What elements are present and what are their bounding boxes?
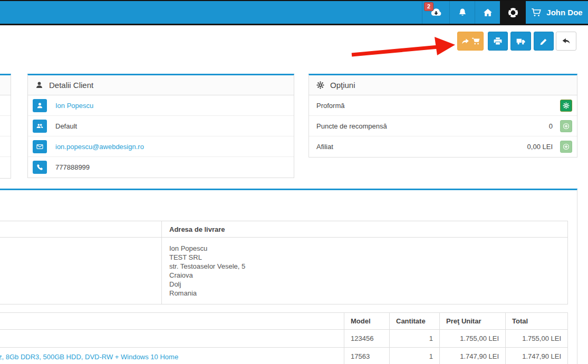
address-line: Craiova — [169, 271, 560, 280]
address-line: TEST SRL — [169, 253, 560, 262]
print-shipping-list-button[interactable] — [510, 32, 531, 51]
customer-details-panel: Detalii Client Ion Popescu Default ion.p… — [27, 74, 294, 178]
panel-header — [0, 75, 11, 95]
user-icon-badge — [33, 99, 47, 112]
print-invoice-button[interactable] — [488, 32, 508, 51]
product-name-cell — [0, 330, 344, 348]
product-row: z, 8Gb DDR3, 500GB HDD, DVD-RW + Windows… — [0, 348, 568, 364]
pencil-icon — [540, 37, 548, 45]
product-unit-price: 1.755,00 LEI — [440, 330, 506, 348]
annotation-arrow — [340, 32, 461, 59]
products-header-row: Model Cantitate Preţ Unitar Total — [0, 313, 568, 330]
bell-icon — [458, 8, 467, 17]
customer-name-link[interactable]: Ion Popescu — [55, 102, 93, 110]
panel-row — [0, 95, 11, 116]
customer-panel-header: Detalii Client — [28, 75, 294, 95]
plus-circle-icon — [563, 123, 570, 130]
customer-name-row: Ion Popescu — [28, 95, 294, 116]
options-panel: Opţiuni Proformă Puncte de recompensă 0 … — [309, 74, 577, 158]
customer-group-row: Default — [28, 116, 294, 136]
add-affiliate-commission-button[interactable] — [560, 141, 572, 153]
customer-email-row: ion.popescu@awebdesign.ro — [28, 136, 294, 157]
alerts-button[interactable] — [449, 1, 475, 24]
order-details-panel-clipped — [0, 74, 11, 179]
support-button[interactable] — [500, 1, 526, 24]
product-quantity: 1 — [390, 330, 440, 348]
proforma-row: Proformă — [309, 95, 577, 116]
notification-count-badge: 2 — [424, 2, 433, 11]
affiliate-label: Afiliat — [316, 143, 527, 151]
customer-group-icon-badge — [33, 120, 47, 133]
copy-order-to-cart-button[interactable] — [457, 32, 484, 51]
options-panel-title: Opţiuni — [330, 81, 355, 90]
reward-points-label: Puncte de recompensă — [316, 122, 549, 130]
user-menu[interactable]: John Doe — [526, 1, 588, 24]
customer-phone-row: 777888999 — [28, 157, 294, 178]
panel-row — [0, 116, 11, 136]
home-icon — [483, 8, 493, 17]
quantity-header: Cantitate — [390, 313, 440, 330]
product-model: 123456 — [344, 330, 390, 348]
gear-icon — [316, 81, 324, 89]
shipping-address-header: Adresa de livrare — [162, 221, 568, 238]
user-icon — [35, 81, 43, 89]
reply-icon — [562, 37, 571, 46]
affiliate-value: 0,00 LEI — [527, 143, 553, 151]
product-unit-price: 1.747,90 LEI — [440, 348, 506, 364]
address-line: Dolj — [169, 280, 560, 289]
proforma-label: Proformă — [316, 102, 560, 110]
printer-icon — [494, 37, 502, 45]
back-button[interactable] — [556, 32, 576, 51]
panel-row — [0, 136, 11, 157]
address-line: str. Testoaselor Vesele, 5 — [169, 262, 560, 271]
topbar: 2 John Doe — [0, 0, 588, 24]
address-line: Ion Popescu — [169, 244, 560, 253]
product-total: 1.755,00 LEI — [506, 330, 568, 348]
topbar-divider — [0, 24, 588, 25]
billing-address-cell-clipped — [0, 238, 162, 304]
product-name-cell: z, 8Gb DDR3, 500GB HDD, DVD-RW + Windows… — [0, 348, 344, 364]
share-icon — [461, 37, 469, 45]
order-view-screen: 2 John Doe — [0, 0, 588, 364]
unit-price-header: Preţ Unitar — [440, 313, 506, 330]
customer-group-value: Default — [55, 122, 77, 130]
envelope-icon-badge — [33, 140, 47, 153]
order-info-panel: Adresa de livrare Ion Popescu TEST SRL s… — [0, 189, 577, 364]
generate-proforma-button[interactable] — [560, 100, 572, 112]
billing-address-header-clipped — [0, 221, 162, 238]
panel-row — [0, 157, 11, 178]
products-table: Model Cantitate Preţ Unitar Total 123456… — [0, 312, 568, 364]
affiliate-row: Afiliat 0,00 LEI — [309, 136, 577, 157]
product-total: 1.747,90 LEI — [506, 348, 568, 364]
reward-points-row: Puncte de recompensă 0 — [309, 116, 577, 136]
user-name: John Doe — [546, 8, 582, 17]
edit-order-button[interactable] — [534, 32, 554, 51]
home-button[interactable] — [475, 1, 500, 24]
cart-icon — [472, 37, 480, 45]
product-name-link[interactable]: z, 8Gb DDR3, 500GB HDD, DVD-RW + Windows… — [0, 352, 178, 360]
cart-icon — [531, 7, 542, 18]
plus-circle-icon — [563, 143, 570, 150]
product-quantity: 1 — [390, 348, 440, 364]
shipping-address-cell: Ion Popescu TEST SRL str. Testoaselor Ve… — [162, 238, 568, 304]
address-table: Adresa de livrare Ion Popescu TEST SRL s… — [0, 221, 568, 304]
product-name-header-clipped — [0, 313, 344, 330]
reward-points-value: 0 — [549, 122, 553, 130]
life-ring-icon — [507, 7, 519, 18]
product-model: 17563 — [344, 348, 390, 364]
customer-panel-title: Detalii Client — [49, 81, 93, 90]
options-panel-header: Opţiuni — [309, 75, 577, 95]
phone-icon-badge — [33, 161, 47, 174]
customer-email-link[interactable]: ion.popescu@awebdesign.ro — [55, 143, 144, 151]
truck-icon — [516, 37, 525, 46]
customer-phone-value: 777888999 — [55, 163, 90, 171]
model-header: Model — [344, 313, 390, 330]
backup-menu-button[interactable]: 2 — [422, 1, 449, 24]
address-line: Romania — [169, 289, 560, 298]
product-row: 123456 1 1.755,00 LEI 1.755,00 LEI — [0, 330, 568, 348]
gear-icon — [563, 102, 570, 109]
add-reward-points-button[interactable] — [560, 120, 572, 132]
total-header: Total — [506, 313, 568, 330]
